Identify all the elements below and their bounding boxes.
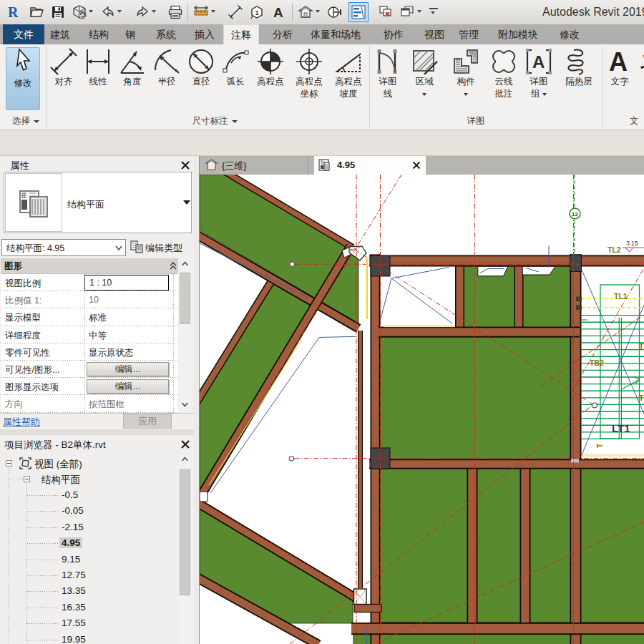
property-row[interactable]: 方向按范围框 xyxy=(1,395,178,412)
measure-dropdown[interactable] xyxy=(211,10,215,13)
tab-annotate[interactable]: 注释 xyxy=(223,24,259,44)
project-browser-scrollbar[interactable] xyxy=(179,454,191,644)
edit-button[interactable]: 编辑... xyxy=(87,379,169,394)
component-button[interactable]: 构件 xyxy=(449,47,482,100)
tab-systems[interactable]: 系统 xyxy=(150,24,182,44)
diameter-dimension-button[interactable]: 直径 xyxy=(185,47,217,88)
dock-splitter[interactable] xyxy=(0,429,194,435)
text-icon[interactable]: A xyxy=(270,4,286,20)
spot-slope-button[interactable]: 高程点 坡度 xyxy=(330,47,367,100)
instance-selector[interactable]: 结构平面: 4.95 xyxy=(1,239,126,256)
measure-icon[interactable] xyxy=(193,4,209,20)
tree-item--2.15[interactable]: -2.15 xyxy=(62,522,84,532)
home-3d-icon[interactable] xyxy=(298,4,313,20)
tab-addins[interactable]: 附加模块 xyxy=(492,24,544,44)
customize-qat-icon[interactable] xyxy=(429,8,438,9)
sync-dropdown[interactable] xyxy=(89,10,93,13)
tab-view[interactable]: 视图 xyxy=(419,24,450,44)
revision-cloud-button[interactable]: 云线 批注 xyxy=(487,47,520,100)
close-hidden-icon[interactable] xyxy=(378,4,394,20)
check-spelling-button[interactable]: 义 xyxy=(637,47,644,76)
region-button[interactable]: 区域 xyxy=(409,47,440,100)
text-panel-label[interactable]: 文 xyxy=(630,114,644,128)
property-row[interactable]: 视图比例1 : 10 xyxy=(1,274,178,291)
dropdown-arrow-icon[interactable] xyxy=(422,93,426,96)
tab-modify[interactable]: 修改 xyxy=(554,24,585,44)
undo-icon[interactable] xyxy=(100,4,116,20)
tab-insert[interactable]: 插入 xyxy=(189,24,220,44)
tree-item--0.05[interactable]: -0.05 xyxy=(62,505,84,516)
project-browser-close-button[interactable] xyxy=(180,439,190,449)
panel-dropdown-icon[interactable] xyxy=(232,120,238,123)
dropdown-arrow-icon[interactable] xyxy=(464,93,468,96)
scroll-down-icon[interactable] xyxy=(179,399,191,411)
angular-dimension-button[interactable]: 角度 xyxy=(117,47,148,88)
detail-panel-label[interactable]: 详图 xyxy=(429,114,522,128)
redo-dropdown[interactable] xyxy=(152,10,156,13)
property-row[interactable]: 比例值 1:10 xyxy=(1,291,178,308)
property-row[interactable]: 图形显示选项编辑... xyxy=(1,378,178,395)
property-row[interactable]: 详细程度中等 xyxy=(1,326,178,343)
tab-steel[interactable]: 钢 xyxy=(120,24,140,44)
tree-item-19.95[interactable]: 19.95 xyxy=(62,634,86,644)
dimension-panel-label[interactable]: 尺寸标注 xyxy=(143,114,286,128)
text-button[interactable]: A 文字 xyxy=(605,47,635,88)
view-tab-close-icon[interactable] xyxy=(412,161,421,170)
scroll-up-icon[interactable] xyxy=(179,454,191,466)
tab-analyze[interactable]: 分析 xyxy=(267,24,298,44)
tree-item-9.15[interactable]: 9.15 xyxy=(62,554,80,565)
scroll-thumb[interactable] xyxy=(180,469,190,595)
tree-collapse-root[interactable] xyxy=(6,460,12,467)
tree-item-13.35[interactable]: 13.35 xyxy=(62,585,86,596)
home-3d-dropdown[interactable] xyxy=(316,10,320,13)
tree-item-17.55[interactable]: 17.55 xyxy=(62,618,86,628)
panel-dropdown-icon[interactable] xyxy=(34,120,39,123)
type-selector-dropdown-icon[interactable] xyxy=(183,200,190,205)
aligned-dimension-button[interactable]: 对齐 xyxy=(48,47,79,88)
type-selector[interactable]: 结构平面 xyxy=(4,172,192,233)
apply-button[interactable]: 应用 xyxy=(123,414,172,429)
drawing-area[interactable]: 12 3.15 TL2 TL1 TB2 TB T LT1 T xyxy=(199,175,644,644)
insulation-button[interactable]: 隔热层 xyxy=(560,47,598,88)
spot-elevation-button[interactable]: 高程点 xyxy=(254,47,287,88)
tree-item--0.5[interactable]: -0.5 xyxy=(62,489,78,500)
print-icon[interactable] xyxy=(167,4,183,20)
thin-lines-button[interactable] xyxy=(348,2,369,22)
tab-file[interactable]: 文件 xyxy=(3,24,44,44)
property-row[interactable]: 显示模型标准 xyxy=(1,308,178,326)
tree-collapse-group[interactable] xyxy=(24,476,30,482)
aligned-dim-icon[interactable] xyxy=(228,4,243,20)
view-tab-495[interactable]: 4.95 xyxy=(314,156,426,175)
tab-collaborate[interactable]: 协作 xyxy=(378,24,409,44)
properties-close-button[interactable] xyxy=(180,160,190,170)
properties-scrollbar[interactable] xyxy=(179,258,191,413)
tree-group-label[interactable]: 结构平面 xyxy=(42,474,80,487)
section-icon[interactable] xyxy=(326,4,342,20)
spot-coordinate-button[interactable]: 高程点 坐标 xyxy=(291,47,328,100)
properties-help-link[interactable]: 属性帮助 xyxy=(3,416,40,429)
radial-dimension-button[interactable]: 半径 xyxy=(151,47,182,88)
edit-type-button[interactable]: 编辑类型 xyxy=(130,240,191,255)
save-icon[interactable] xyxy=(50,4,66,20)
tab-massing-site[interactable]: 体量和场地 xyxy=(306,24,366,44)
tab-structure[interactable]: 结构 xyxy=(83,24,114,44)
select-panel-label[interactable]: 选择 xyxy=(3,114,49,128)
arc-length-dimension-button[interactable]: 弧长 xyxy=(220,47,251,88)
modify-button[interactable]: 修改 xyxy=(6,47,40,110)
view-tab-3d[interactable]: {三维} xyxy=(200,156,308,175)
value-editor[interactable]: 1 : 10 xyxy=(84,275,169,291)
property-row[interactable]: 可见性/图形...编辑... xyxy=(1,361,178,378)
customize-qat-dropdown[interactable] xyxy=(431,11,435,14)
tree-item-16.35[interactable]: 16.35 xyxy=(62,602,86,613)
tree-item-12.75[interactable]: 12.75 xyxy=(62,570,86,580)
sync-icon[interactable] xyxy=(72,4,87,20)
redo-icon[interactable] xyxy=(135,4,150,20)
switch-windows-dropdown[interactable] xyxy=(417,10,421,13)
linear-dimension-button[interactable]: 线性 xyxy=(82,47,114,88)
tree-item-4.95[interactable]: 4.95 xyxy=(59,537,82,548)
scroll-thumb[interactable] xyxy=(180,273,190,324)
tab-architecture[interactable]: 建筑 xyxy=(44,24,76,44)
detail-line-button[interactable]: 详图 线 xyxy=(372,47,404,100)
scroll-up-icon[interactable] xyxy=(179,258,191,270)
tree-root-label[interactable]: 视图 (全部) xyxy=(34,458,82,471)
